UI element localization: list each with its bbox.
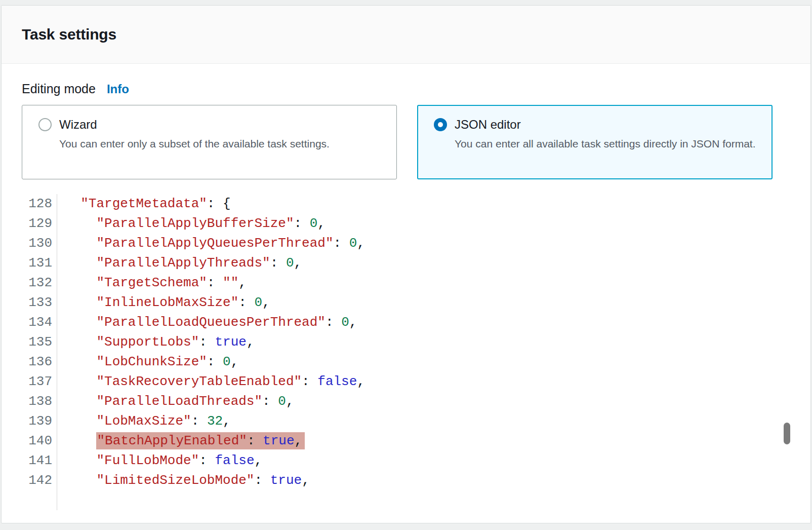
line-number: 137 [22, 372, 57, 392]
code-text[interactable]: "SupportLobs": true, [65, 332, 255, 352]
task-settings-panel: Task settings Editing mode Info Wizard Y… [1, 5, 811, 523]
json-editor-radio-row: JSON editor [434, 118, 762, 132]
code-text[interactable]: "TargetMetadata": { [65, 194, 231, 214]
panel-content: Editing mode Info Wizard You can enter o… [2, 64, 810, 510]
code-lines: 128 "TargetMetadata": {129 "ParallelAppl… [22, 194, 790, 510]
line-number: 139 [22, 411, 57, 431]
page-title: Task settings [22, 26, 116, 43]
info-link[interactable]: Info [107, 82, 129, 96]
code-line[interactable]: 140 "BatchApplyEnabled": true, [22, 431, 790, 451]
line-number: 140 [22, 431, 57, 451]
json-editor-option-label: JSON editor [455, 118, 521, 132]
code-line[interactable]: 139 "LobMaxSize": 32, [22, 411, 790, 431]
code-text[interactable]: "InlineLobMaxSize": 0, [65, 293, 270, 313]
json-editor-option-description: You can enter all available task setting… [455, 136, 763, 152]
highlighted-code: "BatchApplyEnabled": true, [96, 432, 305, 449]
code-line[interactable]: 128 "TargetMetadata": { [22, 194, 790, 214]
code-text[interactable]: "BatchApplyEnabled": true, [65, 431, 305, 451]
code-line[interactable]: 132 "TargetSchema": "", [22, 273, 790, 293]
wizard-radio-button[interactable] [38, 118, 52, 131]
editor-scrollbar-thumb[interactable] [784, 423, 790, 444]
line-number: 135 [22, 332, 57, 352]
editing-mode-options: Wizard You can enter only a subset of th… [22, 105, 790, 179]
code-text[interactable]: "ParallelApplyQueuesPerThread": 0, [65, 234, 365, 253]
code-line[interactable]: 135 "SupportLobs": true, [22, 332, 790, 352]
editing-mode-label: Editing mode [22, 82, 96, 96]
line-number: 141 [22, 451, 57, 471]
line-number: 142 [22, 471, 57, 490]
code-text[interactable]: "LobChunkSize": 0, [65, 352, 238, 372]
wizard-radio-row: Wizard [38, 118, 386, 132]
code-line[interactable]: 129 "ParallelApplyBufferSize": 0, [22, 214, 790, 234]
wizard-option-label: Wizard [59, 118, 97, 132]
code-line[interactable]: 133 "InlineLobMaxSize": 0, [22, 293, 790, 313]
code-line[interactable]: 142 "LimitedSizeLobMode": true, [22, 471, 790, 490]
line-number: 136 [22, 352, 57, 372]
line-number: 134 [22, 313, 57, 332]
line-number: 138 [22, 392, 57, 411]
code-editor[interactable]: 128 "TargetMetadata": {129 "ParallelAppl… [22, 194, 790, 510]
code-text[interactable]: "LimitedSizeLobMode": true, [65, 471, 310, 490]
line-number: 132 [22, 273, 57, 293]
wizard-option-card[interactable]: Wizard You can enter only a subset of th… [22, 105, 397, 179]
line-number [22, 490, 57, 510]
line-number: 129 [22, 214, 57, 234]
code-line[interactable]: 137 "TaskRecoveryTableEnabled": false, [22, 372, 790, 392]
code-text[interactable]: "ParallelApplyBufferSize": 0, [65, 214, 326, 234]
code-text[interactable]: "TargetSchema": "", [65, 273, 247, 293]
code-line[interactable]: 130 "ParallelApplyQueuesPerThread": 0, [22, 234, 790, 253]
code-text[interactable]: "TaskRecoveryTableEnabled": false, [65, 372, 365, 392]
json-editor-radio-button[interactable] [434, 118, 447, 131]
line-number: 133 [22, 293, 57, 313]
line-number: 128 [22, 194, 57, 214]
code-line[interactable]: 138 "ParallelLoadThreads": 0, [22, 392, 790, 411]
code-text[interactable]: "FullLobMode": false, [65, 451, 262, 471]
code-line[interactable]: 134 "ParallelLoadQueuesPerThread": 0, [22, 313, 790, 332]
line-number: 131 [22, 253, 57, 273]
code-text[interactable]: "ParallelLoadThreads": 0, [65, 392, 294, 411]
code-line[interactable]: 136 "LobChunkSize": 0, [22, 352, 790, 372]
code-line[interactable]: 131 "ParallelApplyThreads": 0, [22, 253, 790, 273]
code-text[interactable]: "ParallelLoadQueuesPerThread": 0, [65, 313, 357, 332]
code-line[interactable] [22, 490, 790, 510]
code-line[interactable]: 141 "FullLobMode": false, [22, 451, 790, 471]
panel-header: Task settings [2, 6, 810, 64]
editing-mode-row: Editing mode Info [22, 82, 790, 96]
json-editor-option-card[interactable]: JSON editor You can enter all available … [417, 105, 773, 179]
line-number: 130 [22, 234, 57, 253]
wizard-option-description: You can enter only a subset of the avail… [59, 136, 386, 152]
code-text[interactable]: "ParallelApplyThreads": 0, [65, 253, 302, 273]
code-text[interactable]: "LobMaxSize": 32, [65, 411, 231, 431]
